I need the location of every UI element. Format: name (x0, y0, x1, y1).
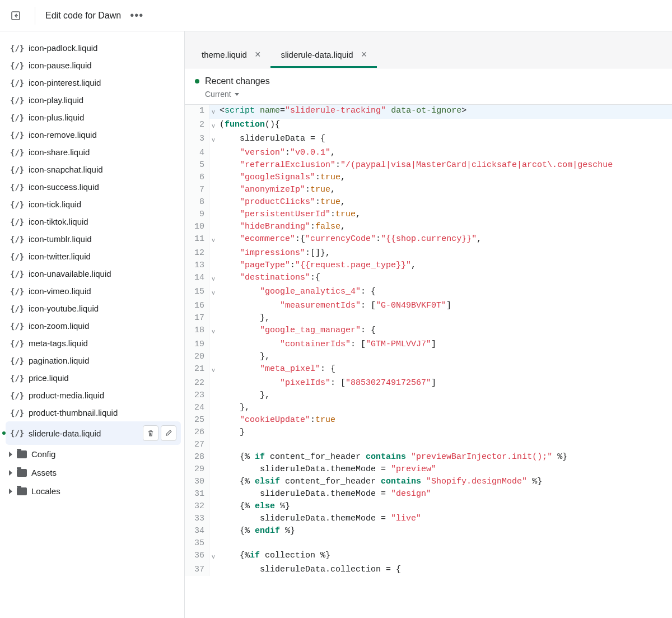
code-line[interactable]: 3v slideruleData = { (185, 133, 672, 147)
code-line[interactable]: 28 {% if content_for_header contains "pr… (185, 451, 672, 463)
code-text: "productClicks":true, (217, 196, 346, 208)
file-name: icon-pause.liquid (29, 61, 92, 70)
fold-marker (209, 513, 217, 525)
file-item[interactable]: {/}icon-padlock.liquid (6, 39, 181, 57)
code-line[interactable]: 1v<script name="sliderule-tracking" data… (185, 105, 672, 119)
code-line[interactable]: 31 slideruleData.themeMode = "design" (185, 488, 672, 500)
code-editor[interactable]: 1v<script name="sliderule-tracking" data… (185, 105, 672, 618)
file-item[interactable]: {/}product-media.liquid (6, 387, 181, 404)
file-item[interactable]: {/}icon-tick.liquid (6, 196, 181, 213)
file-item[interactable]: {/}meta-tags.liquid (6, 334, 181, 352)
file-item[interactable]: {/}sliderule-data.liquid (6, 421, 181, 445)
code-line[interactable]: 16 "measurementIds": ["G-0N49BVKF0T"] (185, 300, 672, 312)
code-line[interactable]: 14v "destinations":{ (185, 272, 672, 286)
file-item[interactable]: {/}icon-pinterest.liquid (6, 74, 181, 91)
file-tree[interactable]: {/}icon-padlock.liquid{/}icon-pause.liqu… (0, 31, 185, 618)
code-line[interactable]: 13 "pageType":"{{request.page_type}}", (185, 259, 672, 272)
code-line[interactable]: 21v "meta_pixel": { (185, 363, 672, 377)
code-line[interactable]: 29 slideruleData.themeMode = "preview" (185, 463, 672, 476)
more-button[interactable]: ••• (128, 7, 146, 25)
code-line[interactable]: 26 } (185, 426, 672, 439)
line-number: 35 (185, 537, 209, 550)
code-line[interactable]: 25 "cookieUpdate":true (185, 414, 672, 426)
code-line[interactable]: 34 {% endif %} (185, 525, 672, 537)
code-line[interactable]: 11v "ecommerce":{"currencyCode":"{{shop.… (185, 233, 672, 247)
delete-file-button[interactable] (143, 425, 158, 441)
close-tab-icon[interactable]: × (255, 49, 261, 59)
code-line[interactable]: 17 }, (185, 312, 672, 324)
file-item[interactable]: {/}icon-tiktok.liquid (6, 213, 181, 230)
code-line[interactable]: 23 }, (185, 389, 672, 402)
file-item[interactable]: {/}icon-tumblr.liquid (6, 230, 181, 248)
code-line[interactable]: 36v {%if collection %} (185, 550, 672, 564)
file-item[interactable]: {/}icon-remove.liquid (6, 126, 181, 143)
file-item[interactable]: {/}icon-zoom.liquid (6, 317, 181, 334)
file-item[interactable]: {/}icon-twitter.liquid (6, 248, 181, 265)
file-item[interactable]: {/}pagination.liquid (6, 352, 181, 369)
file-item[interactable]: {/}icon-success.liquid (6, 178, 181, 196)
code-line[interactable]: 19 "containerIds": ["GTM-PMLVVJ7"] (185, 338, 672, 351)
fold-marker[interactable]: v (209, 233, 217, 247)
code-text: }, (217, 351, 270, 363)
file-item[interactable]: {/}icon-snapchat.liquid (6, 161, 181, 178)
file-item[interactable]: {/}icon-share.liquid (6, 143, 181, 161)
file-item[interactable]: {/}icon-play.liquid (6, 91, 181, 109)
editor-tab[interactable]: sliderule-data.liquid× (270, 43, 377, 68)
file-name: icon-pinterest.liquid (29, 78, 101, 87)
line-number: 21 (185, 363, 209, 377)
code-line[interactable]: 24 }, (185, 402, 672, 414)
file-item[interactable]: {/}price.liquid (6, 369, 181, 387)
rename-file-button[interactable] (161, 425, 176, 441)
code-text: slideruleData.themeMode = "design" (217, 488, 431, 500)
code-line[interactable]: 35 (185, 537, 672, 550)
folder-item[interactable]: Locales (6, 482, 181, 500)
fold-marker[interactable]: v (209, 272, 217, 286)
folder-name: Locales (31, 486, 60, 496)
folder-item[interactable]: Config (6, 445, 181, 463)
file-item[interactable]: {/}icon-plus.liquid (6, 109, 181, 126)
code-line[interactable]: 8 "productClicks":true, (185, 196, 672, 208)
editor-tab[interactable]: theme.liquid× (192, 43, 270, 68)
close-tab-icon[interactable]: × (361, 49, 367, 59)
code-line[interactable]: 7 "anonymizeIp":true, (185, 184, 672, 196)
fold-marker[interactable]: v (209, 286, 217, 300)
liquid-file-icon: {/} (10, 217, 22, 226)
code-line[interactable]: 22 "pixelIds": ["885302749172567"] (185, 377, 672, 389)
code-line[interactable]: 33 slideruleData.themeMode = "live" (185, 513, 672, 525)
code-line[interactable]: 27 (185, 439, 672, 451)
fold-marker[interactable]: v (209, 363, 217, 377)
line-number: 29 (185, 463, 209, 476)
file-item[interactable]: {/}product-thumbnail.liquid (6, 404, 181, 421)
code-line[interactable]: 18v "google_tag_manager": { (185, 324, 672, 338)
code-line[interactable]: 12 "impressions":[]}, (185, 247, 672, 259)
liquid-file-icon: {/} (10, 408, 22, 417)
fold-marker[interactable]: v (209, 105, 217, 119)
file-item[interactable]: {/}icon-unavailable.liquid (6, 265, 181, 282)
file-item[interactable]: {/}icon-pause.liquid (6, 57, 181, 74)
file-name: sliderule-data.liquid (29, 429, 101, 438)
fold-marker[interactable]: v (209, 133, 217, 147)
code-line[interactable]: 2v(function(){ (185, 119, 672, 133)
code-line[interactable]: 32 {% else %} (185, 500, 672, 513)
code-line[interactable]: 6 "googleSignals":true, (185, 171, 672, 184)
code-line[interactable]: 15v "google_analytics_4": { (185, 286, 672, 300)
code-line[interactable]: 9 "persistentUserId":true, (185, 208, 672, 221)
code-line[interactable]: 4 "version":"v0.0.1", (185, 147, 672, 159)
tab-label: theme.liquid (202, 50, 247, 59)
file-item[interactable]: {/}icon-youtube.liquid (6, 300, 181, 317)
file-name: icon-twitter.liquid (29, 252, 91, 261)
exit-button[interactable] (7, 7, 25, 25)
code-text: "referralExclusion":"/(paypal|visa|Maste… (217, 159, 613, 171)
fold-marker[interactable]: v (209, 119, 217, 133)
code-line[interactable]: 5 "referralExclusion":"/(paypal|visa|Mas… (185, 159, 672, 171)
code-line[interactable]: 30 {% elsif content_for_header contains … (185, 476, 672, 488)
code-line[interactable]: 10 "hideBranding":false, (185, 221, 672, 233)
code-line[interactable]: 37 slideruleData.collection = { (185, 564, 672, 576)
fold-marker[interactable]: v (209, 550, 217, 564)
version-dropdown[interactable]: Current (205, 90, 662, 99)
code-text: }, (217, 389, 270, 402)
file-item[interactable]: {/}icon-vimeo.liquid (6, 282, 181, 300)
folder-item[interactable]: Assets (6, 463, 181, 482)
fold-marker[interactable]: v (209, 324, 217, 338)
code-line[interactable]: 20 }, (185, 351, 672, 363)
